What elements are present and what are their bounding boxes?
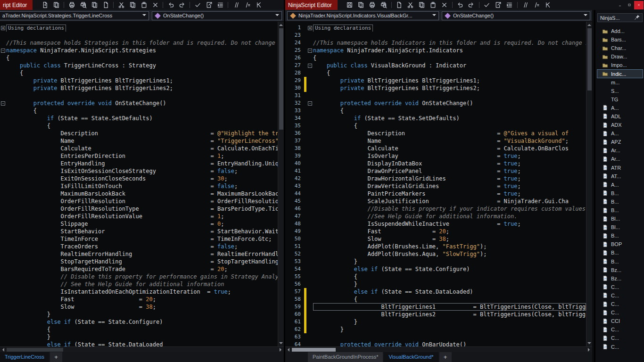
copy-doc-icon[interactable] <box>50 0 62 9</box>
delete-icon[interactable] <box>149 0 161 9</box>
print-preview-icon[interactable] <box>77 0 89 9</box>
member-dropdown[interactable]: OnStateChange() <box>152 11 282 20</box>
explorer-item[interactable]: Impo... <box>597 61 643 69</box>
code-line[interactable]: OrderFillResolutionValue = 1; <box>0 213 278 220</box>
explorer-item[interactable]: C... <box>597 283 643 291</box>
code-line[interactable]: 25-namespace NinjaTrader.NinjaScript.Ind… <box>290 47 586 54</box>
explorer-item[interactable]: B... <box>597 257 643 266</box>
tab-triggerlinecross[interactable]: TriggerLineCross <box>0 352 49 362</box>
fold-toggle[interactable]: + <box>0 24 6 32</box>
code-line[interactable]: 45 ScaleJustification = NinjaTrader.Gui.… <box>290 197 586 205</box>
doc-icon[interactable] <box>394 0 405 9</box>
explorer-item[interactable]: Indic... <box>597 69 643 78</box>
code-line[interactable]: 58 { <box>290 296 586 303</box>
explorer-item[interactable]: Char... <box>597 44 643 52</box>
code-line[interactable]: Description = @"Highlight the trigge <box>0 130 278 137</box>
code-line[interactable]: 42 DrawHorizontalGridLines = true; <box>290 175 586 182</box>
code-line[interactable]: else if (State == State.DataLoaded <box>0 341 278 346</box>
fold-toggle[interactable]: - <box>307 62 313 69</box>
tab-visualbackground[interactable]: VisualBackGround* <box>384 352 438 362</box>
code-line[interactable]: { <box>0 326 278 333</box>
code-line[interactable]: 24//This namespace holds Indicators in t… <box>290 39 586 47</box>
compile-icon[interactable] <box>481 0 493 9</box>
code-line[interactable]: 30 private BltTriggerLines BltTriggerLin… <box>290 84 586 92</box>
close-button[interactable] <box>634 1 644 9</box>
explorer-item[interactable]: C... <box>597 300 643 308</box>
scrollbar-thumb[interactable] <box>279 28 283 130</box>
code-line[interactable]: Fast = 20; <box>0 296 278 303</box>
code-line[interactable]: 31 <box>290 92 586 99</box>
code-line[interactable]: Slippage = 0; <box>0 220 278 228</box>
code-line[interactable]: 23 <box>290 32 586 39</box>
explorer-item[interactable]: A... <box>597 129 643 138</box>
explorer-item[interactable]: B... <box>597 189 643 197</box>
scroll-left-arrow-icon[interactable] <box>0 347 6 352</box>
code-line[interactable]: 36 Description = @"Gives a visual of <box>290 130 586 137</box>
code-line[interactable]: MaximumBarsLookBack = MaximumBarsLookBac… <box>0 190 278 197</box>
minimize-button[interactable] <box>615 1 625 9</box>
code-line[interactable]: 51 AddPlot(Brushes.Lime, "FastTrigg"); <box>290 243 586 250</box>
code-line[interactable]: { <box>0 54 278 62</box>
code-line[interactable]: -namespace NinjaTrader.NinjaScript.Strat… <box>0 47 278 54</box>
code-line[interactable]: OrderFillResolution = OrderFillResolutio… <box>0 197 278 205</box>
code-line[interactable]: 40 DisplayInDataBox = true; <box>290 160 586 167</box>
explorer-item[interactable]: TG <box>597 95 643 104</box>
code-line[interactable]: 62 } <box>290 326 586 333</box>
explorer-item[interactable]: A... <box>597 104 643 112</box>
explorer-item[interactable]: B... <box>597 248 643 257</box>
cut-icon[interactable] <box>116 0 127 9</box>
explorer-item[interactable]: Bl... <box>597 223 643 231</box>
explorer-item[interactable]: B... <box>597 197 643 206</box>
undo-icon[interactable] <box>454 0 466 9</box>
code-line[interactable]: 43 DrawVerticalGridLines = true; <box>290 182 586 190</box>
horizontal-scrollbar[interactable] <box>0 346 284 352</box>
new-tab-button[interactable]: + <box>439 352 452 362</box>
explorer-item[interactable]: Ar... <box>597 146 643 155</box>
code-line[interactable]: // Disable this property for performance… <box>0 273 278 280</box>
code-line[interactable]: { <box>0 122 278 130</box>
code-line[interactable]: 48 IsSuspendedWhileInactive = true; <box>290 220 586 228</box>
code-line[interactable]: 64 protected override void OnBarUpdate() <box>290 341 586 346</box>
explorer-item[interactable]: B... <box>597 231 643 240</box>
code-line[interactable]: 33 { <box>290 107 586 115</box>
scroll-right-arrow-icon[interactable] <box>278 347 284 352</box>
explorer-item[interactable]: m... <box>597 78 643 87</box>
export-icon[interactable] <box>493 0 504 9</box>
print-preview-icon[interactable] <box>378 0 389 9</box>
comment-icon[interactable] <box>520 0 531 9</box>
code-line[interactable]: 34 if (State == State.SetDefaults) <box>290 115 586 122</box>
code-line[interactable] <box>0 92 278 99</box>
explorer-item[interactable]: ATR <box>597 164 643 172</box>
code-line[interactable]: 55 { <box>290 273 586 280</box>
uncomment-icon[interactable] <box>241 0 253 9</box>
explorer-item[interactable]: Bars... <box>597 35 643 44</box>
code-line[interactable]: 63 <box>290 333 586 341</box>
code-line[interactable]: TimeInForce = TimeInForce.Gtc; <box>0 235 278 243</box>
explorer-item[interactable]: Ar... <box>597 155 643 163</box>
code-line[interactable]: } <box>0 311 278 318</box>
code-line[interactable]: EntriesPerDirection = 1; <box>0 152 278 160</box>
compile-k-icon[interactable] <box>542 0 553 9</box>
code-line[interactable]: 44 PaintPriceMarkers = true; <box>290 190 586 197</box>
code-line[interactable]: 49 Fast = 20; <box>290 228 586 235</box>
copy-icon[interactable] <box>416 0 428 9</box>
explorer-item[interactable]: ADL <box>597 112 643 121</box>
code-line[interactable]: IsInstantiatedOnEachOptimizationIteratio… <box>0 288 278 296</box>
code-line[interactable]: private BltTriggerLines BltTriggerLines1… <box>0 77 278 84</box>
code-line[interactable]: { <box>0 107 278 115</box>
print-icon[interactable] <box>66 0 77 9</box>
scroll-up-arrow-icon[interactable] <box>586 22 592 28</box>
code-line[interactable]: BarsRequiredToTrade = 20; <box>0 265 278 273</box>
scrollbar-thumb[interactable] <box>587 28 592 90</box>
code-line[interactable]: 38 Calculate = Calculate.OnBarClos <box>290 145 586 152</box>
collapsed-region-label[interactable]: Using declarations <box>313 25 373 32</box>
code-line[interactable]: StopTargetHandling = StopTargetHandling.… <box>0 258 278 265</box>
code-line[interactable]: IsFillLimitOnTouch = false; <box>0 182 278 190</box>
code-editor[interactable]: 1+Using declarations2324//This namespace… <box>285 22 586 346</box>
copy-doc-icon[interactable] <box>355 0 367 9</box>
code-line[interactable]: IsExitOnSessionCloseStrategy = false; <box>0 167 278 175</box>
explorer-item[interactable]: C... <box>597 342 643 351</box>
code-line[interactable]: TraceOrders = false; <box>0 243 278 250</box>
code-line[interactable]: Slow = 38; <box>0 303 278 311</box>
code-line[interactable]: 60 BltTriggerLines2 = BltTriggerLines(Cl… <box>290 311 586 318</box>
